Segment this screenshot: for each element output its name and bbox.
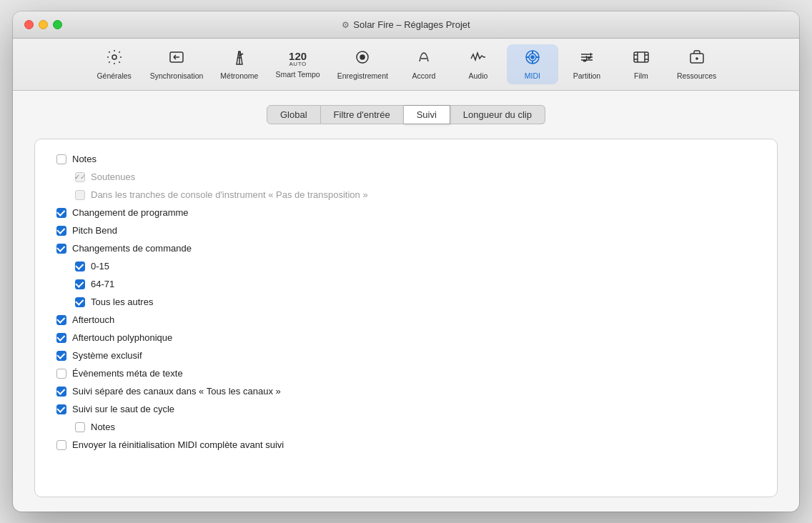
toolbar-item-ressources[interactable]: Ressources bbox=[670, 44, 723, 84]
row-0-15: 0-15 bbox=[56, 261, 756, 272]
fullscreen-button[interactable] bbox=[53, 20, 62, 29]
toolbar-item-film[interactable]: Film bbox=[615, 44, 667, 84]
midi-icon bbox=[524, 49, 541, 69]
metronome-icon bbox=[231, 49, 248, 69]
row-reinit-midi: Envoyer la réinitialisation MIDI complèt… bbox=[56, 439, 756, 450]
toolbar-item-midi[interactable]: MIDI bbox=[507, 44, 558, 84]
close-button[interactable] bbox=[24, 20, 34, 29]
tab-bar: Global Filtre d'entrée Suivi Longueur du… bbox=[34, 105, 778, 124]
checkbox-aftertouch[interactable] bbox=[56, 315, 66, 325]
toolbar-label-enregistrement: Enregistrement bbox=[337, 71, 388, 80]
toolbar-item-enregistrement[interactable]: Enregistrement bbox=[330, 44, 395, 84]
toolbar-label-ressources: Ressources bbox=[677, 71, 716, 80]
audio-icon bbox=[470, 49, 487, 69]
checkbox-evenements-meta[interactable] bbox=[56, 369, 66, 379]
partition-icon bbox=[578, 49, 595, 69]
row-systeme-exclusif: Système exclusif bbox=[56, 350, 756, 361]
toolbar-item-accord[interactable]: Accord bbox=[398, 44, 450, 84]
svg-point-20 bbox=[587, 57, 590, 59]
row-changement-programme: Changement de programme bbox=[56, 207, 756, 218]
checkbox-suivi-separe[interactable] bbox=[56, 387, 66, 397]
checkbox-changement-programme[interactable] bbox=[56, 208, 66, 218]
label-tranches[interactable]: Dans les tranches de console d'instrumen… bbox=[91, 189, 368, 200]
label-aftertouch-poly[interactable]: Aftertouch polyphonique bbox=[72, 332, 172, 343]
checkbox-tous-les-autres[interactable] bbox=[75, 297, 85, 307]
row-notes-suivi: Notes bbox=[56, 422, 756, 432]
label-systeme-exclusif[interactable]: Système exclusif bbox=[72, 350, 142, 361]
toolbar-item-smart-tempo[interactable]: 120 AUTO Smart Tempo bbox=[268, 46, 327, 83]
checkbox-soutenues[interactable]: ✓ bbox=[75, 172, 85, 182]
window-title: ⚙ Solar Fire – Réglages Projet bbox=[342, 19, 470, 30]
checkbox-systeme-exclusif[interactable] bbox=[56, 351, 66, 361]
row-notes: Notes bbox=[56, 154, 756, 164]
main-window: ⚙ Solar Fire – Réglages Projet Générales bbox=[13, 11, 799, 512]
label-notes-suivi[interactable]: Notes bbox=[91, 422, 115, 432]
label-changements-commande[interactable]: Changements de commande bbox=[72, 243, 192, 254]
row-pitch-bend: Pitch Bend bbox=[56, 225, 756, 236]
label-tous-les-autres[interactable]: Tous les autres bbox=[91, 297, 153, 307]
row-aftertouch: Aftertouch bbox=[56, 314, 756, 325]
toolbar-label-generales: Générales bbox=[96, 71, 131, 80]
content-area: Global Filtre d'entrée Suivi Longueur du… bbox=[13, 91, 799, 512]
label-notes[interactable]: Notes bbox=[72, 154, 96, 164]
toolbar-label-partition: Partition bbox=[573, 71, 601, 80]
toolbar-label-audio: Audio bbox=[468, 71, 487, 80]
label-suivi-separe[interactable]: Suivi séparé des canaux dans « Tous les … bbox=[72, 386, 281, 397]
checkbox-suivi-saut[interactable] bbox=[56, 404, 66, 414]
toolbar-item-synchronisation[interactable]: Synchronisation bbox=[143, 44, 211, 84]
label-64-71[interactable]: 64-71 bbox=[91, 279, 114, 289]
checkbox-reinit-midi[interactable] bbox=[56, 440, 66, 450]
label-soutenues[interactable]: Soutenues bbox=[91, 171, 135, 182]
checkbox-pitch-bend[interactable] bbox=[56, 226, 66, 236]
titlebar: ⚙ Solar Fire – Réglages Projet bbox=[13, 11, 799, 39]
label-suivi-saut[interactable]: Suivi sur le saut de cycle bbox=[72, 404, 174, 414]
minimize-button[interactable] bbox=[39, 20, 48, 29]
checkbox-notes-suivi[interactable] bbox=[75, 422, 85, 432]
toolbar-item-metronome[interactable]: Métronome bbox=[213, 44, 265, 84]
row-tranches: Dans les tranches de console d'instrumen… bbox=[56, 189, 756, 200]
tab-global[interactable]: Global bbox=[267, 105, 321, 124]
svg-point-7 bbox=[360, 55, 365, 59]
checkbox-aftertouch-poly[interactable] bbox=[56, 333, 66, 343]
row-64-71: 64-71 bbox=[56, 279, 756, 289]
row-changements-commande: Changements de commande bbox=[56, 243, 756, 254]
traffic-lights bbox=[24, 20, 62, 29]
row-soutenues: ✓ Soutenues bbox=[56, 171, 756, 182]
film-icon bbox=[633, 49, 650, 69]
row-aftertouch-poly: Aftertouch polyphonique bbox=[56, 332, 756, 343]
toolbar: Générales Synchronisation bbox=[13, 39, 799, 91]
row-evenements-meta: Évènements méta de texte bbox=[56, 368, 756, 379]
toolbar-item-generales[interactable]: Générales bbox=[89, 44, 140, 84]
toolbar-label-smart-tempo: Smart Tempo bbox=[275, 70, 320, 79]
toolbar-label-film: Film bbox=[634, 71, 648, 80]
record-icon bbox=[354, 49, 371, 69]
label-changement-programme[interactable]: Changement de programme bbox=[72, 207, 189, 218]
toolbar-label-metronome: Métronome bbox=[220, 71, 258, 80]
main-panel: Notes ✓ Soutenues Dans les tranches de c… bbox=[34, 139, 778, 497]
checkbox-changements-commande[interactable] bbox=[56, 244, 66, 254]
tab-longueur[interactable]: Longueur du clip bbox=[450, 105, 545, 124]
toolbar-item-partition[interactable]: Partition bbox=[561, 44, 613, 84]
row-tous-les-autres: Tous les autres bbox=[56, 297, 756, 307]
toolbar-item-audio[interactable]: Audio bbox=[452, 44, 504, 84]
checkbox-notes[interactable] bbox=[56, 154, 66, 164]
ressources-icon bbox=[688, 49, 705, 69]
tab-filtre[interactable]: Filtre d'entrée bbox=[321, 105, 404, 124]
svg-point-11 bbox=[531, 56, 534, 59]
tab-suivi[interactable]: Suivi bbox=[404, 105, 450, 124]
toolbar-label-accord: Accord bbox=[412, 71, 436, 80]
sync-icon bbox=[168, 49, 185, 69]
gear-icon bbox=[106, 49, 123, 69]
label-0-15[interactable]: 0-15 bbox=[91, 261, 109, 272]
row-suivi-separe: Suivi séparé des canaux dans « Tous les … bbox=[56, 386, 756, 397]
toolbar-label-synchronisation: Synchronisation bbox=[150, 71, 204, 80]
label-aftertouch[interactable]: Aftertouch bbox=[72, 314, 114, 325]
checkbox-0-15[interactable] bbox=[75, 262, 85, 272]
checkbox-tranches[interactable] bbox=[75, 190, 85, 200]
label-evenements-meta[interactable]: Évènements méta de texte bbox=[72, 368, 183, 379]
label-pitch-bend[interactable]: Pitch Bend bbox=[72, 225, 117, 236]
svg-rect-23 bbox=[634, 52, 648, 62]
accord-icon bbox=[415, 49, 432, 69]
label-reinit-midi[interactable]: Envoyer la réinitialisation MIDI complèt… bbox=[72, 439, 284, 450]
checkbox-64-71[interactable] bbox=[75, 279, 85, 289]
